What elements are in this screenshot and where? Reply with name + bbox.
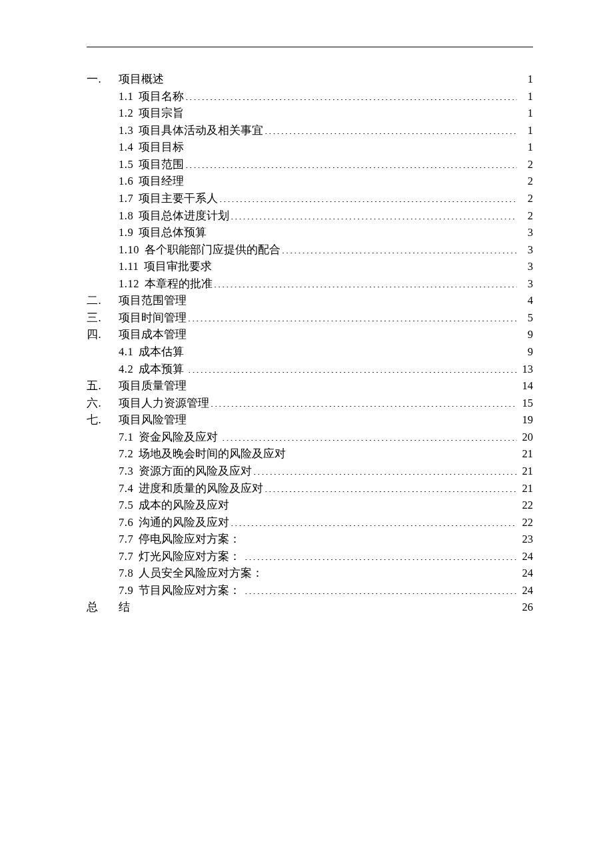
toc-leader-dots (222, 429, 517, 441)
toc-title: 沟通的风险及应对 (139, 514, 229, 531)
toc-title: 资金风险及应对 (139, 429, 218, 446)
toc-number: 7.2 (119, 445, 133, 463)
toc-number: 总 (87, 599, 119, 616)
toc-page-number: 2 (518, 156, 533, 173)
toc-entry: 7.9节目风险应对方案： 24 (119, 582, 533, 599)
toc-title: 结 (119, 599, 130, 616)
toc-number: 1.10 (119, 241, 139, 259)
toc-number: 七. (87, 411, 119, 429)
toc-page-number: 24 (518, 548, 533, 565)
toc-leader-dots (265, 123, 517, 134)
toc-number: 1.6 (119, 173, 133, 190)
toc-entry: 七.项目风险管理19 (87, 411, 533, 429)
toc-page-number: 21 (518, 463, 533, 480)
toc-page-number: 23 (518, 531, 533, 548)
toc-number: 7.9 (119, 582, 133, 599)
toc-leader-dots (253, 463, 517, 475)
toc-leader-dots (282, 242, 517, 253)
toc-page-number: 3 (518, 224, 533, 241)
toc-leader-dots (208, 225, 517, 237)
toc-entry: 4.2成本预算 13 (119, 361, 533, 378)
toc-entry: 7.7停电风险应对方案： 23 (119, 531, 533, 548)
toc-page-number: 1 (518, 122, 533, 139)
toc-title: 进度和质量的风险及应对 (139, 480, 263, 497)
toc-leader-dots (245, 583, 517, 594)
toc-page-number: 15 (518, 395, 533, 412)
toc-title: 项目具体活动及相关事宜 (139, 122, 263, 139)
header-rule (87, 47, 533, 47)
toc-number: 7.7 (119, 531, 133, 548)
toc-entry: 1.6项目经理2 (119, 173, 533, 190)
toc-entry: 二.项目范围管理4 (87, 292, 533, 309)
toc-page-number: 9 (518, 326, 533, 343)
toc-entry: 六.项目人力资源管理15 (87, 395, 533, 412)
toc-title: 场地及晚会时间的风险及应对 (139, 445, 286, 463)
toc-leader-dots (188, 293, 517, 305)
toc-page-number: 2 (518, 173, 533, 190)
toc-leader-dots (188, 413, 517, 424)
toc-leader-dots (188, 345, 517, 356)
toc-title: 节目风险应对方案： (139, 582, 241, 599)
toc-title: 成本估算 (139, 343, 184, 361)
toc-leader-dots (165, 72, 517, 83)
toc-title: 项目主要干系人 (139, 190, 218, 207)
toc-entry: 7.3资源方面的风险及应对21 (119, 463, 533, 480)
toc-leader-dots (185, 157, 517, 168)
toc-title: 项目名称 (139, 88, 184, 105)
toc-title: 成本的风险及应对 (139, 497, 229, 514)
toc-number: 4.2 (119, 361, 133, 378)
toc-title: 本章程的批准 (145, 275, 213, 293)
toc-number: 7.8 (119, 565, 133, 582)
toc-entry: 1.9项目总体预算3 (119, 224, 533, 241)
toc-title: 项目成本管理 (119, 326, 187, 343)
toc-leader-dots (188, 327, 517, 339)
toc-leader-dots (185, 89, 517, 100)
toc-entry: 7.2场地及晚会时间的风险及应对21 (119, 445, 533, 463)
toc-entry: 1.5项目范围2 (119, 156, 533, 173)
toc-entry: 7.8人员安全风险应对方案： 24 (119, 565, 533, 582)
toc-page-number: 24 (518, 565, 533, 582)
toc-page-number: 14 (518, 377, 533, 395)
toc-leader-dots (231, 515, 517, 526)
toc-number: 7.1 (119, 429, 133, 446)
toc-title: 项目概述 (119, 71, 164, 88)
table-of-contents: 一.项目概述11.1项目名称11.2项目宗旨11.3项目具体活动及相关事宜11.… (87, 71, 533, 616)
toc-leader-dots (287, 447, 517, 458)
toc-number: 二. (87, 292, 119, 309)
toc-entry: 1.7项目主要干系人2 (119, 190, 533, 207)
toc-entry: 一.项目概述1 (87, 71, 533, 88)
toc-number: 7.4 (119, 480, 133, 497)
toc-entry: 1.12本章程的批准3 (119, 275, 533, 293)
toc-leader-dots (188, 310, 517, 321)
toc-page-number: 2 (518, 207, 533, 225)
toc-page-number: 22 (518, 514, 533, 531)
toc-entry: 1.11项目审批要求3 (119, 258, 533, 275)
toc-leader-dots (265, 481, 517, 492)
toc-entry: 7.4进度和质量的风险及应对21 (119, 480, 533, 497)
toc-page-number: 1 (518, 71, 533, 88)
toc-title: 成本预算 (139, 361, 184, 378)
toc-entry: 1.2项目宗旨1 (119, 105, 533, 122)
toc-leader-dots (245, 532, 517, 543)
toc-page-number: 13 (518, 361, 533, 378)
toc-entry: 五.项目质量管理14 (87, 377, 533, 395)
toc-title: 项目范围管理 (119, 292, 187, 309)
toc-leader-dots (211, 395, 517, 407)
toc-entry: 1.8项目总体进度计划2 (119, 207, 533, 225)
toc-leader-dots (185, 140, 517, 151)
toc-number: 1.4 (119, 139, 133, 156)
toc-page-number: 9 (518, 343, 533, 361)
toc-entry: 总结26 (87, 599, 533, 616)
toc-number: 一. (87, 71, 119, 88)
toc-page-number: 19 (518, 411, 533, 429)
toc-title: 项目审批要求 (144, 258, 212, 275)
toc-title: 停电风险应对方案： (139, 531, 241, 548)
toc-leader-dots (231, 208, 517, 219)
toc-number: 四. (87, 326, 119, 343)
toc-title: 项目人力资源管理 (119, 395, 209, 412)
toc-title: 项目时间管理 (119, 309, 187, 327)
toc-page-number: 1 (518, 88, 533, 105)
toc-entry: 1.4项目目标1 (119, 139, 533, 156)
toc-leader-dots (188, 361, 517, 373)
toc-number: 1.1 (119, 88, 133, 105)
